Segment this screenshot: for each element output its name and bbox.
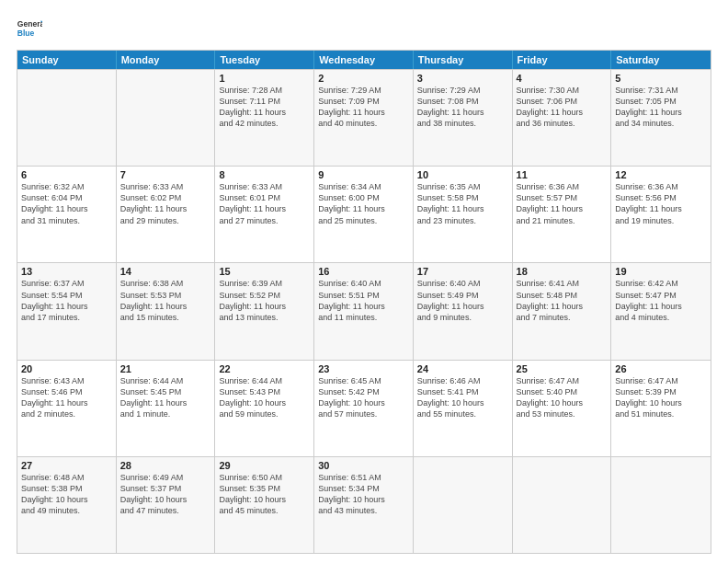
calendar-cell: 3Sunrise: 7:29 AM Sunset: 7:08 PM Daylig… — [414, 70, 513, 166]
calendar-row: 27Sunrise: 6:48 AM Sunset: 5:38 PM Dayli… — [17, 456, 711, 553]
day-info: Sunrise: 6:38 AM Sunset: 5:53 PM Dayligh… — [120, 278, 211, 323]
logo-icon: General Blue — [17, 17, 42, 42]
calendar-cell — [414, 457, 513, 553]
calendar-header-cell: Thursday — [414, 51, 513, 69]
day-number: 9 — [318, 169, 409, 180]
day-number: 13 — [21, 266, 112, 277]
day-number: 28 — [120, 460, 211, 471]
calendar-cell: 29Sunrise: 6:50 AM Sunset: 5:35 PM Dayli… — [215, 457, 314, 553]
calendar-cell: 20Sunrise: 6:43 AM Sunset: 5:46 PM Dayli… — [17, 361, 117, 456]
calendar-cell: 5Sunrise: 7:31 AM Sunset: 7:05 PM Daylig… — [611, 70, 711, 166]
day-number: 15 — [219, 266, 310, 277]
day-info: Sunrise: 6:51 AM Sunset: 5:34 PM Dayligh… — [318, 472, 409, 517]
day-info: Sunrise: 6:49 AM Sunset: 5:37 PM Dayligh… — [120, 472, 211, 517]
day-info: Sunrise: 7:29 AM Sunset: 7:09 PM Dayligh… — [318, 85, 409, 130]
calendar-cell: 18Sunrise: 6:41 AM Sunset: 5:48 PM Dayli… — [513, 263, 612, 359]
day-number: 22 — [219, 363, 310, 374]
calendar-cell: 26Sunrise: 6:47 AM Sunset: 5:39 PM Dayli… — [611, 361, 711, 456]
calendar-cell — [17, 70, 117, 166]
day-info: Sunrise: 6:40 AM Sunset: 5:51 PM Dayligh… — [318, 278, 409, 323]
calendar-cell — [611, 457, 711, 553]
calendar-header-cell: Saturday — [611, 51, 711, 69]
day-number: 2 — [318, 73, 409, 84]
day-number: 3 — [417, 73, 508, 84]
day-info: Sunrise: 7:29 AM Sunset: 7:08 PM Dayligh… — [417, 85, 508, 130]
calendar-body: 1Sunrise: 7:28 AM Sunset: 7:11 PM Daylig… — [17, 69, 711, 553]
calendar-cell: 23Sunrise: 6:45 AM Sunset: 5:42 PM Dayli… — [314, 361, 414, 456]
day-info: Sunrise: 6:44 AM Sunset: 5:43 PM Dayligh… — [219, 375, 310, 420]
day-info: Sunrise: 6:45 AM Sunset: 5:42 PM Dayligh… — [318, 375, 409, 420]
day-number: 18 — [517, 266, 608, 277]
day-info: Sunrise: 6:32 AM Sunset: 6:04 PM Dayligh… — [21, 181, 112, 226]
svg-text:Blue: Blue — [17, 29, 35, 38]
day-number: 21 — [120, 363, 211, 374]
day-info: Sunrise: 7:28 AM Sunset: 7:11 PM Dayligh… — [219, 85, 310, 130]
day-info: Sunrise: 6:42 AM Sunset: 5:47 PM Dayligh… — [615, 278, 707, 323]
calendar-cell: 1Sunrise: 7:28 AM Sunset: 7:11 PM Daylig… — [215, 70, 314, 166]
calendar-header: SundayMondayTuesdayWednesdayThursdayFrid… — [17, 51, 711, 69]
calendar-cell: 7Sunrise: 6:33 AM Sunset: 6:02 PM Daylig… — [117, 167, 216, 262]
calendar-cell: 8Sunrise: 6:33 AM Sunset: 6:01 PM Daylig… — [215, 167, 314, 262]
calendar-cell: 21Sunrise: 6:44 AM Sunset: 5:45 PM Dayli… — [117, 361, 216, 456]
day-number: 14 — [120, 266, 211, 277]
day-number: 30 — [318, 460, 409, 471]
calendar-cell: 27Sunrise: 6:48 AM Sunset: 5:38 PM Dayli… — [17, 457, 117, 553]
day-number: 29 — [219, 460, 310, 471]
calendar-cell: 12Sunrise: 6:36 AM Sunset: 5:56 PM Dayli… — [611, 167, 711, 262]
calendar-cell: 15Sunrise: 6:39 AM Sunset: 5:52 PM Dayli… — [215, 263, 314, 359]
page: General Blue SundayMondayTuesdayWednesda… — [0, 0, 728, 563]
day-number: 12 — [615, 169, 707, 180]
day-number: 26 — [615, 363, 707, 374]
day-info: Sunrise: 6:35 AM Sunset: 5:58 PM Dayligh… — [417, 181, 508, 226]
day-number: 11 — [517, 169, 608, 180]
day-info: Sunrise: 6:47 AM Sunset: 5:40 PM Dayligh… — [517, 375, 608, 420]
calendar-row: 13Sunrise: 6:37 AM Sunset: 5:54 PM Dayli… — [17, 262, 711, 359]
day-number: 7 — [120, 169, 211, 180]
calendar-cell: 30Sunrise: 6:51 AM Sunset: 5:34 PM Dayli… — [314, 457, 414, 553]
calendar-cell: 10Sunrise: 6:35 AM Sunset: 5:58 PM Dayli… — [414, 167, 513, 262]
day-info: Sunrise: 6:44 AM Sunset: 5:45 PM Dayligh… — [120, 375, 211, 420]
calendar-cell: 22Sunrise: 6:44 AM Sunset: 5:43 PM Dayli… — [215, 361, 314, 456]
day-info: Sunrise: 6:36 AM Sunset: 5:56 PM Dayligh… — [615, 181, 707, 226]
calendar-row: 6Sunrise: 6:32 AM Sunset: 6:04 PM Daylig… — [17, 166, 711, 262]
day-info: Sunrise: 7:31 AM Sunset: 7:05 PM Dayligh… — [615, 85, 707, 130]
calendar: SundayMondayTuesdayWednesdayThursdayFrid… — [17, 50, 711, 554]
calendar-header-cell: Tuesday — [215, 51, 314, 69]
logo: General Blue — [17, 17, 42, 42]
day-number: 5 — [615, 73, 707, 84]
day-info: Sunrise: 7:30 AM Sunset: 7:06 PM Dayligh… — [517, 85, 608, 130]
calendar-header-cell: Monday — [117, 51, 216, 69]
day-info: Sunrise: 6:33 AM Sunset: 6:01 PM Dayligh… — [219, 181, 310, 226]
day-info: Sunrise: 6:48 AM Sunset: 5:38 PM Dayligh… — [21, 472, 112, 517]
calendar-header-cell: Sunday — [17, 51, 117, 69]
calendar-cell — [513, 457, 612, 553]
calendar-row: 1Sunrise: 7:28 AM Sunset: 7:11 PM Daylig… — [17, 69, 711, 166]
day-info: Sunrise: 6:40 AM Sunset: 5:49 PM Dayligh… — [417, 278, 508, 323]
day-number: 19 — [615, 266, 707, 277]
day-number: 24 — [417, 363, 508, 374]
calendar-cell: 25Sunrise: 6:47 AM Sunset: 5:40 PM Dayli… — [513, 361, 612, 456]
day-number: 10 — [417, 169, 508, 180]
calendar-cell: 6Sunrise: 6:32 AM Sunset: 6:04 PM Daylig… — [17, 167, 117, 262]
day-info: Sunrise: 6:46 AM Sunset: 5:41 PM Dayligh… — [417, 375, 508, 420]
calendar-cell: 11Sunrise: 6:36 AM Sunset: 5:57 PM Dayli… — [513, 167, 612, 262]
calendar-cell: 17Sunrise: 6:40 AM Sunset: 5:49 PM Dayli… — [414, 263, 513, 359]
calendar-header-cell: Friday — [513, 51, 612, 69]
calendar-cell: 19Sunrise: 6:42 AM Sunset: 5:47 PM Dayli… — [611, 263, 711, 359]
day-info: Sunrise: 6:37 AM Sunset: 5:54 PM Dayligh… — [21, 278, 112, 323]
day-number: 25 — [517, 363, 608, 374]
day-number: 23 — [318, 363, 409, 374]
day-info: Sunrise: 6:33 AM Sunset: 6:02 PM Dayligh… — [120, 181, 211, 226]
calendar-cell: 4Sunrise: 7:30 AM Sunset: 7:06 PM Daylig… — [513, 70, 612, 166]
day-info: Sunrise: 6:43 AM Sunset: 5:46 PM Dayligh… — [21, 375, 112, 420]
calendar-cell: 28Sunrise: 6:49 AM Sunset: 5:37 PM Dayli… — [117, 457, 216, 553]
calendar-cell: 9Sunrise: 6:34 AM Sunset: 6:00 PM Daylig… — [314, 167, 414, 262]
day-info: Sunrise: 6:36 AM Sunset: 5:57 PM Dayligh… — [517, 181, 608, 226]
day-info: Sunrise: 6:41 AM Sunset: 5:48 PM Dayligh… — [517, 278, 608, 323]
day-number: 1 — [219, 73, 310, 84]
day-number: 17 — [417, 266, 508, 277]
day-number: 20 — [21, 363, 112, 374]
calendar-cell: 2Sunrise: 7:29 AM Sunset: 7:09 PM Daylig… — [314, 70, 414, 166]
calendar-row: 20Sunrise: 6:43 AM Sunset: 5:46 PM Dayli… — [17, 360, 711, 456]
calendar-cell: 16Sunrise: 6:40 AM Sunset: 5:51 PM Dayli… — [314, 263, 414, 359]
